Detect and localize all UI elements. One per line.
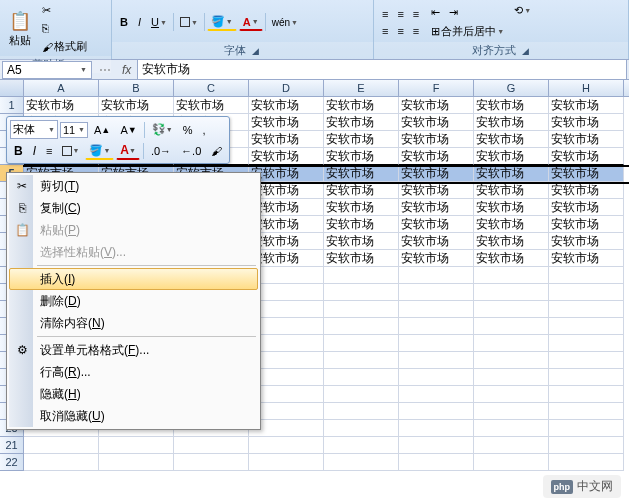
cell[interactable]: 安软市场 <box>474 182 549 199</box>
cell[interactable]: 安软市场 <box>399 97 474 114</box>
cell[interactable]: 安软市场 <box>324 148 399 165</box>
cell[interactable] <box>474 318 549 335</box>
border-button[interactable]: ▼ <box>176 15 202 29</box>
col-header-G[interactable]: G <box>474 80 549 96</box>
cell[interactable] <box>249 454 324 471</box>
cell[interactable]: 安软市场 <box>399 233 474 250</box>
cm-cut[interactable]: 剪切(T) <box>9 175 258 197</box>
cell[interactable] <box>474 420 549 437</box>
cell[interactable]: 安软市场 <box>549 199 624 216</box>
mini-percent-button[interactable]: % <box>179 122 197 138</box>
cell[interactable] <box>399 267 474 284</box>
align-middle-button[interactable]: ≡ <box>393 6 407 22</box>
formula-input[interactable]: 安软市场 <box>137 59 627 80</box>
cm-format-cells[interactable]: 设置单元格格式(F)... <box>9 339 258 361</box>
cm-delete[interactable]: 删除(D) <box>9 290 258 312</box>
col-header-A[interactable]: A <box>24 80 99 96</box>
cell[interactable]: 安软市场 <box>549 131 624 148</box>
decrease-indent-button[interactable]: ⇤ <box>427 4 444 21</box>
cell[interactable] <box>549 437 624 454</box>
col-header-B[interactable]: B <box>99 80 174 96</box>
mini-fill-color-button[interactable]: 🪣▼ <box>85 142 114 160</box>
cell[interactable] <box>549 386 624 403</box>
col-header-E[interactable]: E <box>324 80 399 96</box>
cell[interactable]: 安软市场 <box>399 131 474 148</box>
cell[interactable]: 安软市场 <box>324 250 399 267</box>
cell[interactable]: 安软市场 <box>99 97 174 114</box>
align-bottom-button[interactable]: ≡ <box>409 6 423 22</box>
orientation-button[interactable]: ⟲▼ <box>510 2 535 19</box>
cell[interactable] <box>324 301 399 318</box>
cell[interactable] <box>99 437 174 454</box>
cell[interactable] <box>399 437 474 454</box>
cell[interactable] <box>324 335 399 352</box>
align-right-button[interactable]: ≡ <box>409 23 423 39</box>
cell[interactable]: 安软市场 <box>324 182 399 199</box>
cell[interactable] <box>549 454 624 471</box>
cell[interactable] <box>474 284 549 301</box>
cell[interactable]: 安软市场 <box>324 131 399 148</box>
cell[interactable] <box>324 267 399 284</box>
cell[interactable]: 安软市场 <box>474 250 549 267</box>
cell[interactable] <box>549 267 624 284</box>
cell[interactable]: 安软市场 <box>549 97 624 114</box>
cell[interactable]: 安软市场 <box>399 250 474 267</box>
cell[interactable] <box>549 352 624 369</box>
cm-insert[interactable]: 插入(I) <box>9 268 258 290</box>
col-header-H[interactable]: H <box>549 80 624 96</box>
align-top-button[interactable]: ≡ <box>378 6 392 22</box>
cm-unhide[interactable]: 取消隐藏(U) <box>9 405 258 427</box>
cell[interactable] <box>324 352 399 369</box>
mini-align-center-button[interactable]: ≡ <box>42 143 56 159</box>
cell[interactable] <box>474 301 549 318</box>
cell[interactable]: 安软市场 <box>399 199 474 216</box>
format-painter-button[interactable]: 格式刷 <box>38 37 91 56</box>
cell[interactable]: 安软市场 <box>324 97 399 114</box>
cell[interactable] <box>24 437 99 454</box>
mini-italic-button[interactable]: I <box>29 142 40 160</box>
cell[interactable]: 安软市场 <box>549 216 624 233</box>
cell[interactable] <box>549 318 624 335</box>
cell[interactable] <box>474 267 549 284</box>
mini-decrease-decimal-button[interactable]: ←.0 <box>177 143 205 159</box>
cell[interactable]: 安软市场 <box>249 131 324 148</box>
cm-copy[interactable]: 复制(C) <box>9 197 258 219</box>
cell[interactable]: 安软市场 <box>399 216 474 233</box>
fill-color-button[interactable]: 🪣▼ <box>207 13 237 31</box>
cell[interactable] <box>324 420 399 437</box>
cell[interactable] <box>249 437 324 454</box>
cell[interactable] <box>399 403 474 420</box>
cell[interactable] <box>399 335 474 352</box>
cell[interactable] <box>99 454 174 471</box>
cell[interactable] <box>549 284 624 301</box>
cell[interactable]: 安软市场 <box>399 114 474 131</box>
cell[interactable]: 安软市场 <box>549 114 624 131</box>
paste-button[interactable]: 粘贴 <box>4 7 36 51</box>
cell[interactable]: 安软市场 <box>474 131 549 148</box>
select-all-corner[interactable] <box>0 80 24 96</box>
cell[interactable]: 安软市场 <box>474 165 549 182</box>
cell[interactable]: 安软市场 <box>24 97 99 114</box>
increase-indent-button[interactable]: ⇥ <box>445 4 462 21</box>
italic-button[interactable]: I <box>134 14 145 30</box>
cell[interactable]: 安软市场 <box>474 114 549 131</box>
cell[interactable]: 安软市场 <box>324 233 399 250</box>
cell[interactable]: 安软市场 <box>324 216 399 233</box>
row-header[interactable]: 21 <box>0 437 24 454</box>
cell[interactable] <box>324 403 399 420</box>
cm-paste[interactable]: 粘贴(P) <box>9 219 258 241</box>
align-center-button[interactable]: ≡ <box>393 23 407 39</box>
cell[interactable]: 安软市场 <box>324 165 399 182</box>
cell[interactable]: 安软市场 <box>249 148 324 165</box>
cell[interactable]: 安软市场 <box>174 97 249 114</box>
cell[interactable] <box>474 386 549 403</box>
align-dialog-launcher[interactable]: ◢ <box>520 46 531 56</box>
cell[interactable] <box>549 335 624 352</box>
cell[interactable]: 安软市场 <box>549 233 624 250</box>
mini-accounting-button[interactable]: 💱▼ <box>148 121 177 138</box>
cell[interactable] <box>174 437 249 454</box>
cell[interactable]: 安软市场 <box>474 199 549 216</box>
cell[interactable]: 安软市场 <box>549 250 624 267</box>
copy-button[interactable] <box>38 20 91 36</box>
cell[interactable] <box>399 420 474 437</box>
